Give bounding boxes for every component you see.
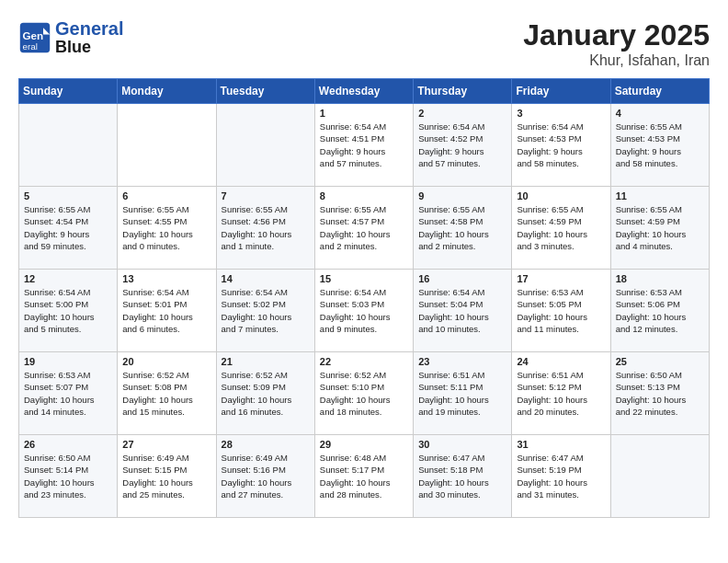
day-number: 27 [122,439,210,450]
logo: Gen eral General Blue [18,18,123,57]
calendar-cell: 12Sunrise: 6:54 AM Sunset: 5:00 PM Dayli… [19,270,118,352]
weekday-header-sunday: Sunday [19,79,118,104]
calendar-cell: 3Sunrise: 6:54 AM Sunset: 4:53 PM Daylig… [512,104,610,187]
calendar-cell: 8Sunrise: 6:55 AM Sunset: 4:57 PM Daylig… [314,187,413,270]
day-number: 11 [616,190,704,201]
day-number: 26 [24,439,112,450]
calendar-cell: 16Sunrise: 6:54 AM Sunset: 5:04 PM Dayli… [414,270,512,352]
calendar-cell [610,435,709,518]
calendar-cell: 2Sunrise: 6:54 AM Sunset: 4:52 PM Daylig… [414,104,512,187]
page-header: Gen eral General Blue January 2025 Khur,… [18,18,710,69]
calendar-cell: 10Sunrise: 6:55 AM Sunset: 4:59 PM Dayli… [512,187,610,270]
logo-icon: Gen eral [18,21,51,54]
day-info: Sunrise: 6:48 AM Sunset: 5:17 PM Dayligh… [320,453,391,500]
day-info: Sunrise: 6:50 AM Sunset: 5:13 PM Dayligh… [616,370,687,417]
day-info: Sunrise: 6:54 AM Sunset: 5:02 PM Dayligh… [222,287,292,334]
calendar-cell: 19Sunrise: 6:53 AM Sunset: 5:07 PM Dayli… [19,352,118,435]
logo-line1: General [55,18,123,39]
day-info: Sunrise: 6:52 AM Sunset: 5:09 PM Dayligh… [222,370,292,417]
day-number: 7 [222,190,310,201]
calendar-cell: 14Sunrise: 6:54 AM Sunset: 5:02 PM Dayli… [216,270,314,352]
day-info: Sunrise: 6:54 AM Sunset: 5:04 PM Dayligh… [418,287,489,334]
svg-text:Gen: Gen [23,29,44,41]
calendar-cell: 18Sunrise: 6:53 AM Sunset: 5:06 PM Dayli… [610,270,709,352]
calendar-cell: 11Sunrise: 6:55 AM Sunset: 4:59 PM Dayli… [610,187,709,270]
day-info: Sunrise: 6:55 AM Sunset: 4:58 PM Dayligh… [418,204,489,251]
day-number: 6 [122,190,210,201]
weekday-header-friday: Friday [512,79,610,104]
calendar-cell: 17Sunrise: 6:53 AM Sunset: 5:05 PM Dayli… [512,270,610,352]
location-subtitle: Khur, Isfahan, Iran [523,52,710,69]
calendar-cell: 25Sunrise: 6:50 AM Sunset: 5:13 PM Dayli… [610,352,709,435]
weekday-header-monday: Monday [118,79,216,104]
day-number: 29 [320,439,408,450]
calendar-cell: 20Sunrise: 6:52 AM Sunset: 5:08 PM Dayli… [118,352,216,435]
week-row-5: 26Sunrise: 6:50 AM Sunset: 5:14 PM Dayli… [19,435,710,518]
day-info: Sunrise: 6:49 AM Sunset: 5:15 PM Dayligh… [122,453,193,500]
day-info: Sunrise: 6:54 AM Sunset: 4:53 PM Dayligh… [517,121,583,168]
day-info: Sunrise: 6:50 AM Sunset: 5:14 PM Dayligh… [24,453,95,500]
day-number: 12 [24,273,112,284]
day-info: Sunrise: 6:52 AM Sunset: 5:08 PM Dayligh… [122,370,193,417]
calendar-cell: 28Sunrise: 6:49 AM Sunset: 5:16 PM Dayli… [216,435,314,518]
day-number: 20 [122,356,210,367]
title-block: January 2025 Khur, Isfahan, Iran [523,18,710,69]
day-number: 24 [517,356,605,367]
week-row-4: 19Sunrise: 6:53 AM Sunset: 5:07 PM Dayli… [19,352,710,435]
logo-line2: Blue [55,38,91,56]
svg-text:eral: eral [23,40,38,51]
calendar-cell [19,104,118,187]
calendar-cell: 31Sunrise: 6:47 AM Sunset: 5:19 PM Dayli… [512,435,610,518]
day-info: Sunrise: 6:52 AM Sunset: 5:10 PM Dayligh… [320,370,391,417]
day-number: 23 [418,356,506,367]
weekday-header-row: SundayMondayTuesdayWednesdayThursdayFrid… [19,79,710,104]
calendar-cell: 27Sunrise: 6:49 AM Sunset: 5:15 PM Dayli… [118,435,216,518]
day-number: 14 [222,273,310,284]
day-number: 17 [517,273,605,284]
calendar-cell: 4Sunrise: 6:55 AM Sunset: 4:53 PM Daylig… [610,104,709,187]
day-number: 13 [122,273,210,284]
calendar-cell: 13Sunrise: 6:54 AM Sunset: 5:01 PM Dayli… [118,270,216,352]
day-number: 22 [320,356,408,367]
day-number: 16 [418,273,506,284]
week-row-1: 1Sunrise: 6:54 AM Sunset: 4:51 PM Daylig… [19,104,710,187]
day-info: Sunrise: 6:55 AM Sunset: 4:53 PM Dayligh… [616,121,682,168]
day-number: 31 [517,439,605,450]
day-info: Sunrise: 6:54 AM Sunset: 5:00 PM Dayligh… [24,287,95,334]
calendar-cell: 24Sunrise: 6:51 AM Sunset: 5:12 PM Dayli… [512,352,610,435]
day-number: 10 [517,190,605,201]
day-number: 19 [24,356,112,367]
weekday-header-thursday: Thursday [414,79,512,104]
day-number: 8 [320,190,408,201]
calendar-cell: 5Sunrise: 6:55 AM Sunset: 4:54 PM Daylig… [19,187,118,270]
day-info: Sunrise: 6:54 AM Sunset: 4:52 PM Dayligh… [418,121,484,168]
calendar-cell: 6Sunrise: 6:55 AM Sunset: 4:55 PM Daylig… [118,187,216,270]
weekday-header-saturday: Saturday [610,79,709,104]
day-info: Sunrise: 6:53 AM Sunset: 5:06 PM Dayligh… [616,287,687,334]
calendar-cell: 29Sunrise: 6:48 AM Sunset: 5:17 PM Dayli… [314,435,413,518]
day-info: Sunrise: 6:51 AM Sunset: 5:11 PM Dayligh… [418,370,489,417]
day-number: 30 [418,439,506,450]
day-number: 9 [418,190,506,201]
day-info: Sunrise: 6:47 AM Sunset: 5:19 PM Dayligh… [517,453,587,500]
day-number: 3 [517,108,605,119]
day-info: Sunrise: 6:51 AM Sunset: 5:12 PM Dayligh… [517,370,587,417]
day-number: 18 [616,273,704,284]
day-number: 4 [616,108,704,119]
day-info: Sunrise: 6:55 AM Sunset: 4:59 PM Dayligh… [517,204,587,251]
day-number: 21 [222,356,310,367]
day-number: 1 [320,108,408,119]
calendar-cell: 7Sunrise: 6:55 AM Sunset: 4:56 PM Daylig… [216,187,314,270]
calendar-cell [216,104,314,187]
day-info: Sunrise: 6:53 AM Sunset: 5:07 PM Dayligh… [24,370,95,417]
month-title: January 2025 [523,18,710,52]
day-number: 25 [616,356,704,367]
day-info: Sunrise: 6:47 AM Sunset: 5:18 PM Dayligh… [418,453,489,500]
calendar-cell: 15Sunrise: 6:54 AM Sunset: 5:03 PM Dayli… [314,270,413,352]
calendar-cell: 1Sunrise: 6:54 AM Sunset: 4:51 PM Daylig… [314,104,413,187]
calendar-cell: 9Sunrise: 6:55 AM Sunset: 4:58 PM Daylig… [414,187,512,270]
weekday-header-wednesday: Wednesday [314,79,413,104]
week-row-2: 5Sunrise: 6:55 AM Sunset: 4:54 PM Daylig… [19,187,710,270]
day-info: Sunrise: 6:55 AM Sunset: 4:55 PM Dayligh… [122,204,193,251]
day-number: 2 [418,108,506,119]
